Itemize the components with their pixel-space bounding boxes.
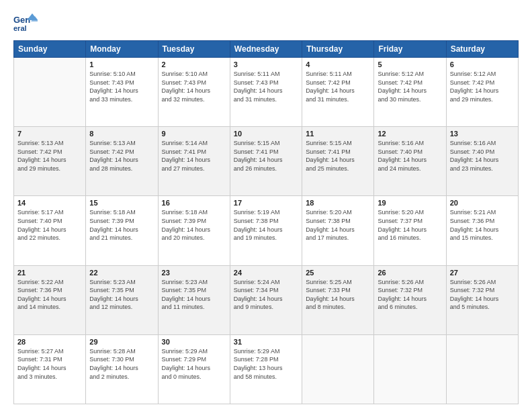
day-info: Sunrise: 5:15 AM Sunset: 7:41 PM Dayligh… bbox=[306, 139, 370, 173]
day-number: 5 bbox=[378, 60, 442, 68]
day-info: Sunrise: 5:10 AM Sunset: 7:43 PM Dayligh… bbox=[162, 70, 226, 103]
day-info: Sunrise: 5:25 AM Sunset: 7:33 PM Dayligh… bbox=[306, 278, 370, 312]
day-info: Sunrise: 5:14 AM Sunset: 7:41 PM Dayligh… bbox=[162, 139, 226, 173]
calendar-cell: 26Sunrise: 5:26 AM Sunset: 7:32 PM Dayli… bbox=[374, 265, 446, 334]
day-number: 29 bbox=[89, 338, 154, 346]
calendar-cell: 4Sunrise: 5:11 AM Sunset: 7:42 PM Daylig… bbox=[302, 58, 374, 127]
calendar-table: SundayMondayTuesdayWednesdayThursdayFrid… bbox=[13, 40, 519, 404]
day-info: Sunrise: 5:18 AM Sunset: 7:39 PM Dayligh… bbox=[89, 208, 154, 242]
day-info: Sunrise: 5:20 AM Sunset: 7:37 PM Dayligh… bbox=[378, 208, 442, 242]
calendar-cell: 23Sunrise: 5:23 AM Sunset: 7:35 PM Dayli… bbox=[158, 265, 230, 334]
day-info: Sunrise: 5:15 AM Sunset: 7:41 PM Dayligh… bbox=[234, 139, 298, 173]
calendar-cell: 30Sunrise: 5:29 AM Sunset: 7:29 PM Dayli… bbox=[158, 334, 230, 404]
calendar-cell: 16Sunrise: 5:18 AM Sunset: 7:39 PM Dayli… bbox=[158, 196, 230, 265]
calendar-cell: 20Sunrise: 5:21 AM Sunset: 7:36 PM Dayli… bbox=[446, 196, 518, 265]
header: Gen eral bbox=[13, 11, 519, 35]
day-number: 19 bbox=[378, 199, 442, 207]
day-number: 11 bbox=[306, 130, 370, 138]
calendar-cell: 25Sunrise: 5:25 AM Sunset: 7:33 PM Dayli… bbox=[302, 265, 374, 334]
calendar-cell: 1Sunrise: 5:10 AM Sunset: 7:43 PM Daylig… bbox=[86, 58, 158, 127]
calendar-cell: 31Sunrise: 5:29 AM Sunset: 7:28 PM Dayli… bbox=[230, 334, 302, 404]
day-info: Sunrise: 5:29 AM Sunset: 7:29 PM Dayligh… bbox=[162, 347, 226, 381]
calendar-cell: 21Sunrise: 5:22 AM Sunset: 7:36 PM Dayli… bbox=[14, 265, 86, 334]
day-info: Sunrise: 5:24 AM Sunset: 7:34 PM Dayligh… bbox=[234, 278, 298, 312]
day-info: Sunrise: 5:12 AM Sunset: 7:42 PM Dayligh… bbox=[378, 70, 442, 103]
calendar-cell: 9Sunrise: 5:14 AM Sunset: 7:41 PM Daylig… bbox=[158, 127, 230, 196]
calendar-cell: 12Sunrise: 5:16 AM Sunset: 7:40 PM Dayli… bbox=[374, 127, 446, 196]
calendar-cell: 3Sunrise: 5:11 AM Sunset: 7:43 PM Daylig… bbox=[230, 58, 302, 127]
calendar-cell: 17Sunrise: 5:19 AM Sunset: 7:38 PM Dayli… bbox=[230, 196, 302, 265]
day-number: 10 bbox=[234, 130, 298, 138]
day-info: Sunrise: 5:23 AM Sunset: 7:35 PM Dayligh… bbox=[162, 278, 226, 312]
day-number: 6 bbox=[450, 60, 515, 68]
day-number: 14 bbox=[17, 199, 82, 207]
calendar-cell: 5Sunrise: 5:12 AM Sunset: 7:42 PM Daylig… bbox=[374, 58, 446, 127]
calendar-cell: 19Sunrise: 5:20 AM Sunset: 7:37 PM Dayli… bbox=[374, 196, 446, 265]
calendar-header-sunday: Sunday bbox=[14, 41, 86, 58]
day-info: Sunrise: 5:10 AM Sunset: 7:43 PM Dayligh… bbox=[89, 70, 154, 103]
day-number: 23 bbox=[162, 269, 226, 277]
calendar-header-row: SundayMondayTuesdayWednesdayThursdayFrid… bbox=[14, 41, 519, 58]
day-info: Sunrise: 5:23 AM Sunset: 7:35 PM Dayligh… bbox=[89, 278, 154, 312]
calendar-week-row: 7Sunrise: 5:13 AM Sunset: 7:42 PM Daylig… bbox=[14, 127, 519, 196]
calendar-week-row: 21Sunrise: 5:22 AM Sunset: 7:36 PM Dayli… bbox=[14, 265, 519, 334]
calendar-cell bbox=[14, 58, 86, 127]
day-info: Sunrise: 5:29 AM Sunset: 7:28 PM Dayligh… bbox=[234, 347, 298, 381]
calendar-cell: 11Sunrise: 5:15 AM Sunset: 7:41 PM Dayli… bbox=[302, 127, 374, 196]
day-info: Sunrise: 5:16 AM Sunset: 7:40 PM Dayligh… bbox=[450, 139, 515, 173]
day-number: 16 bbox=[162, 199, 226, 207]
day-info: Sunrise: 5:13 AM Sunset: 7:42 PM Dayligh… bbox=[89, 139, 154, 173]
calendar-cell: 8Sunrise: 5:13 AM Sunset: 7:42 PM Daylig… bbox=[86, 127, 158, 196]
calendar-cell: 13Sunrise: 5:16 AM Sunset: 7:40 PM Dayli… bbox=[446, 127, 518, 196]
day-number: 12 bbox=[378, 130, 442, 138]
day-info: Sunrise: 5:28 AM Sunset: 7:30 PM Dayligh… bbox=[89, 347, 154, 381]
calendar-cell bbox=[302, 334, 374, 404]
day-number: 30 bbox=[162, 338, 226, 346]
day-number: 4 bbox=[306, 60, 370, 68]
calendar-cell: 2Sunrise: 5:10 AM Sunset: 7:43 PM Daylig… bbox=[158, 58, 230, 127]
day-info: Sunrise: 5:26 AM Sunset: 7:32 PM Dayligh… bbox=[378, 278, 442, 312]
calendar-cell: 28Sunrise: 5:27 AM Sunset: 7:31 PM Dayli… bbox=[14, 334, 86, 404]
calendar-cell bbox=[374, 334, 446, 404]
day-number: 27 bbox=[450, 269, 515, 277]
calendar-header-saturday: Saturday bbox=[446, 41, 518, 58]
day-number: 2 bbox=[162, 60, 226, 68]
day-info: Sunrise: 5:22 AM Sunset: 7:36 PM Dayligh… bbox=[17, 278, 82, 312]
svg-text:eral: eral bbox=[13, 24, 27, 32]
calendar-week-row: 28Sunrise: 5:27 AM Sunset: 7:31 PM Dayli… bbox=[14, 334, 519, 404]
day-number: 7 bbox=[17, 130, 82, 138]
day-number: 18 bbox=[306, 199, 370, 207]
day-number: 15 bbox=[89, 199, 154, 207]
calendar-header-wednesday: Wednesday bbox=[230, 41, 302, 58]
day-info: Sunrise: 5:16 AM Sunset: 7:40 PM Dayligh… bbox=[378, 139, 442, 173]
day-info: Sunrise: 5:27 AM Sunset: 7:31 PM Dayligh… bbox=[17, 347, 82, 381]
calendar-cell: 18Sunrise: 5:20 AM Sunset: 7:38 PM Dayli… bbox=[302, 196, 374, 265]
day-number: 22 bbox=[89, 269, 154, 277]
day-info: Sunrise: 5:17 AM Sunset: 7:40 PM Dayligh… bbox=[17, 208, 82, 242]
day-number: 25 bbox=[306, 269, 370, 277]
day-number: 24 bbox=[234, 269, 298, 277]
logo: Gen eral bbox=[13, 11, 40, 35]
day-number: 28 bbox=[17, 338, 82, 346]
logo-icon: Gen eral bbox=[13, 11, 38, 35]
calendar-cell: 27Sunrise: 5:26 AM Sunset: 7:32 PM Dayli… bbox=[446, 265, 518, 334]
calendar-body: 1Sunrise: 5:10 AM Sunset: 7:43 PM Daylig… bbox=[14, 58, 519, 404]
day-number: 31 bbox=[234, 338, 298, 346]
calendar-header-friday: Friday bbox=[374, 41, 446, 58]
day-number: 17 bbox=[234, 199, 298, 207]
day-number: 13 bbox=[450, 130, 515, 138]
day-info: Sunrise: 5:11 AM Sunset: 7:42 PM Dayligh… bbox=[306, 70, 370, 103]
day-info: Sunrise: 5:19 AM Sunset: 7:38 PM Dayligh… bbox=[234, 208, 298, 242]
day-number: 8 bbox=[89, 130, 154, 138]
day-info: Sunrise: 5:12 AM Sunset: 7:42 PM Dayligh… bbox=[450, 70, 515, 103]
calendar-header-tuesday: Tuesday bbox=[158, 41, 230, 58]
calendar-header-monday: Monday bbox=[86, 41, 158, 58]
day-number: 20 bbox=[450, 199, 515, 207]
day-number: 3 bbox=[234, 60, 298, 68]
calendar-cell: 24Sunrise: 5:24 AM Sunset: 7:34 PM Dayli… bbox=[230, 265, 302, 334]
calendar-week-row: 14Sunrise: 5:17 AM Sunset: 7:40 PM Dayli… bbox=[14, 196, 519, 265]
calendar-cell: 29Sunrise: 5:28 AM Sunset: 7:30 PM Dayli… bbox=[86, 334, 158, 404]
calendar-cell: 22Sunrise: 5:23 AM Sunset: 7:35 PM Dayli… bbox=[86, 265, 158, 334]
calendar-header-thursday: Thursday bbox=[302, 41, 374, 58]
page: Gen eral SundayMondayTuesdayWednesdayThu… bbox=[0, 0, 532, 411]
